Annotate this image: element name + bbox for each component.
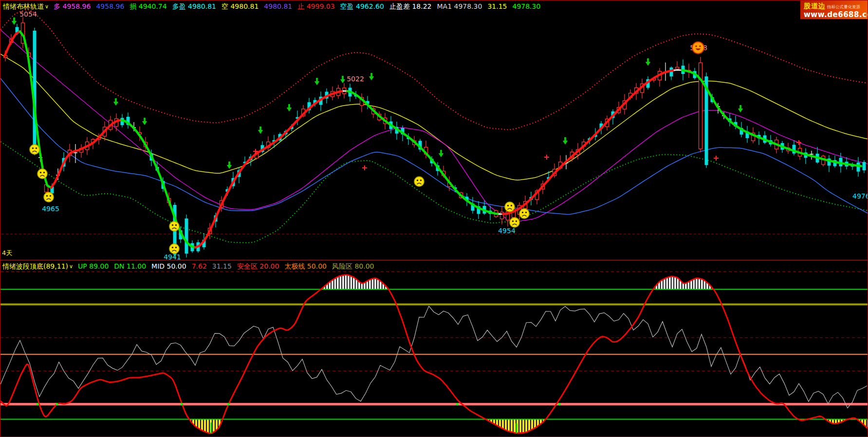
- sad-smiley-icon: [30, 145, 39, 154]
- main-indicator-bar: 情绪布林轨道∨多 4958.964958.96损 4940.74多盈 4980.…: [3, 1, 546, 11]
- indicator-value: UP 89.00: [78, 262, 109, 270]
- threshold-fill: [322, 275, 388, 290]
- trend-ma-segment: [347, 91, 499, 214]
- sell-arrow-icon: [369, 73, 374, 80]
- brand-logo-top: 股道边指标公式量化资源: [804, 2, 865, 11]
- chevron-down-icon[interactable]: ∨: [45, 3, 49, 10]
- plus-marker-icon: [714, 156, 719, 161]
- sell-arrow-icon: [258, 127, 263, 134]
- indicator-value: 太极线 50.00: [284, 262, 327, 270]
- indicator-value: 多 4958.96: [54, 2, 91, 10]
- sad-smiley-icon: [505, 202, 515, 212]
- trend-ma-segment: [682, 70, 861, 166]
- panel-divider: [0, 260, 868, 260]
- channel-band-line: [0, 142, 868, 243]
- channel-band-line: [0, 78, 868, 214]
- brand-tagline: 指标公式量化资源: [827, 4, 860, 9]
- indicator-value: 安全区 20.00: [237, 262, 279, 270]
- sad-smiley-icon: [169, 244, 179, 254]
- indicator-value: 损 4940.74: [129, 2, 166, 10]
- brand-url: www.de6688.com: [804, 11, 865, 19]
- sell-arrow-icon: [646, 58, 650, 66]
- sell-arrow-icon: [12, 18, 17, 25]
- signal-dot: [180, 403, 183, 405]
- signal-dot: [456, 403, 458, 405]
- channel-band-line: [0, 10, 868, 130]
- indicator-value: 空 4980.81: [222, 2, 259, 10]
- indicator-value: MID 50.00: [151, 262, 186, 270]
- signal-dot: [36, 403, 38, 405]
- trend-ma-segment: [195, 91, 343, 248]
- indicator-value: 4978.30: [512, 2, 540, 10]
- main-price-chart[interactable]: 5054502250484965494149544976: [0, 0, 868, 260]
- sad-smiley-icon: [37, 169, 47, 179]
- indicator-value: 多盈 4980.81: [172, 2, 216, 10]
- oscillator-secondary-line: [0, 306, 867, 408]
- price-label: 5022: [347, 75, 364, 83]
- chevron-down-icon[interactable]: ∨: [69, 263, 73, 270]
- sell-arrow-icon: [738, 105, 743, 112]
- sad-smiley-icon: [414, 177, 424, 186]
- period-label: 4天: [2, 249, 12, 257]
- price-label: 4941: [164, 253, 181, 260]
- indicator-value: 4958.96: [96, 2, 124, 10]
- lower-bar-values: UP 89.00DN 11.00MID 50.007.6231.15安全区 20…: [78, 262, 379, 270]
- sell-arrow-icon: [287, 104, 292, 111]
- sell-arrow-icon: [439, 150, 443, 157]
- indicator-value: 风险区 80.00: [332, 262, 374, 270]
- plus-marker-icon: [796, 140, 801, 145]
- brand-name: 股道边: [804, 2, 826, 10]
- sell-arrow-icon: [563, 137, 568, 145]
- signal-dot: [227, 403, 229, 405]
- signal-dot: [558, 403, 560, 405]
- indicator-value: 4980.81: [264, 2, 292, 10]
- oscillator-chart[interactable]: [0, 271, 868, 437]
- sell-arrow-icon: [227, 162, 232, 169]
- price-label: 4976: [852, 192, 868, 200]
- sad-smiley-icon: [44, 192, 54, 202]
- indicator-value: 止盈差 18.22: [389, 2, 432, 10]
- trading-app-window: 5054502250484965494149544976 情绪布林轨道∨多 49…: [0, 0, 868, 437]
- oscillator-indicator-bar: 情绪波段顶底(89,11)∨UP 89.00DN 11.00MID 50.007…: [2, 262, 379, 271]
- sad-smiley-icon: [510, 218, 519, 227]
- sell-arrow-icon: [142, 118, 147, 125]
- indicator-value: 7.62: [192, 262, 207, 270]
- top-bar-values: 多 4958.964958.96损 4940.74多盈 4980.81空 498…: [54, 2, 546, 10]
- price-label: 4965: [42, 205, 59, 213]
- signal-dot: [55, 403, 58, 405]
- price-label: 4954: [498, 227, 516, 235]
- sell-arrow-icon: [314, 78, 319, 85]
- sell-arrow-icon: [340, 76, 345, 83]
- plus-marker-icon: [362, 165, 367, 170]
- indicator-value: 31.15: [212, 262, 232, 270]
- brand-logo[interactable]: 股道边指标公式量化资源 www.de6688.com: [800, 0, 868, 19]
- indicator-value: MA1 4978.30: [437, 2, 482, 10]
- indicator-value: 31.15: [487, 2, 507, 10]
- happy-smiley-icon: [692, 42, 704, 54]
- sell-arrow-icon: [113, 98, 118, 106]
- sad-smiley-icon: [169, 221, 179, 231]
- indicator-value: 止 4999.03: [297, 2, 334, 10]
- main-indicator-name[interactable]: 情绪布林轨道: [3, 2, 44, 10]
- oscillator-indicator-name[interactable]: 情绪波段顶底(89,11): [2, 262, 68, 270]
- plus-marker-icon: [544, 155, 549, 160]
- sad-smiley-icon: [519, 209, 529, 218]
- price-label: 5054: [19, 10, 37, 18]
- trend-ma-segment: [674, 70, 682, 71]
- indicator-value: 空盈 4962.60: [340, 2, 384, 10]
- indicator-value: DN 11.00: [114, 262, 146, 270]
- trend-ma-segment: [503, 70, 674, 214]
